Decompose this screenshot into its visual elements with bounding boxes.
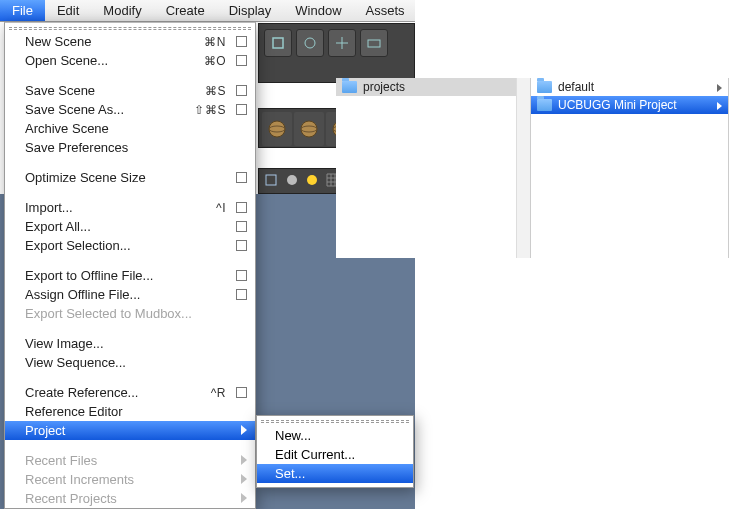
svg-rect-11 (266, 175, 276, 185)
menu-item-shortcut: ⇧⌘S (194, 103, 226, 117)
menu-separator (6, 162, 254, 163)
menu-item-shortcut: ^R (211, 386, 226, 400)
menu-item-label: Archive Scene (25, 121, 247, 136)
tool-button[interactable] (360, 29, 388, 57)
menu-item-label: Set... (275, 466, 305, 481)
options-box-icon[interactable] (236, 36, 247, 47)
menu-item-recent-increments: Recent Increments (5, 470, 255, 489)
menu-edit[interactable]: Edit (45, 0, 91, 21)
menu-item-create-reference[interactable]: Create Reference... ^R (5, 383, 255, 402)
menu-item-new-scene[interactable]: New Scene ⌘N (5, 32, 255, 51)
submenu-arrow-icon (241, 423, 247, 438)
folder-icon (342, 81, 357, 93)
menu-item-export-selection[interactable]: Export Selection... (5, 236, 255, 255)
menu-item-open-scene[interactable]: Open Scene... ⌘O (5, 51, 255, 70)
submenu-arrow-icon (241, 453, 247, 468)
submenu-item-new[interactable]: New... (257, 426, 413, 445)
menu-item-save-scene-as[interactable]: Save Scene As... ⇧⌘S (5, 100, 255, 119)
menu-item-optimize-scene-size[interactable]: Optimize Scene Size (5, 168, 255, 187)
options-box-icon[interactable] (236, 172, 247, 183)
menu-display[interactable]: Display (217, 0, 284, 21)
tool-button[interactable] (296, 29, 324, 57)
menu-item-view-image[interactable]: View Image... (5, 334, 255, 353)
menu-item-label: Project (25, 423, 235, 438)
svg-point-1 (305, 38, 315, 48)
menu-item-label: Export Selection... (25, 238, 232, 253)
svg-point-3 (269, 121, 285, 137)
menu-modify[interactable]: Modify (91, 0, 153, 21)
menu-item-label: Import... (25, 200, 216, 215)
menu-item-export-offline[interactable]: Export to Offline File... (5, 266, 255, 285)
menu-assets[interactable]: Assets (354, 0, 417, 21)
menu-item-project[interactable]: Project (5, 421, 255, 440)
menu-item-shortcut: ⌘S (205, 84, 226, 98)
menu-item-export-all[interactable]: Export All... (5, 217, 255, 236)
light-icon[interactable] (305, 173, 319, 190)
browser-parent-folder[interactable]: projects (336, 78, 530, 96)
menu-item-label: Recent Files (25, 453, 235, 468)
finder-column-browser: projects default UCBUGG Mini Project (336, 78, 731, 258)
svg-rect-0 (273, 38, 283, 48)
menu-separator (6, 75, 254, 76)
menu-item-label: New... (275, 428, 311, 443)
menu-item-shortcut: ⌘N (204, 35, 226, 49)
tear-off-handle[interactable] (9, 27, 251, 30)
menu-item-save-scene[interactable]: Save Scene ⌘S (5, 81, 255, 100)
file-menu: New Scene ⌘N Open Scene... ⌘O Save Scene… (4, 22, 256, 509)
tear-off-handle[interactable] (261, 420, 409, 423)
menu-item-shortcut: ⌘O (204, 54, 226, 68)
menu-separator (6, 260, 254, 261)
menu-separator (6, 328, 254, 329)
menu-item-label: New Scene (25, 34, 204, 49)
options-box-icon[interactable] (236, 221, 247, 232)
cube-icon[interactable] (263, 172, 279, 191)
svg-point-5 (301, 121, 317, 137)
options-box-icon[interactable] (236, 387, 247, 398)
menu-separator (6, 445, 254, 446)
menu-item-reference-editor[interactable]: Reference Editor (5, 402, 255, 421)
shelf-item-sphere[interactable] (294, 112, 324, 146)
menu-item-label: View Sequence... (25, 355, 247, 370)
browser-item-ucbugg[interactable]: UCBUGG Mini Project (531, 96, 728, 114)
options-box-icon[interactable] (236, 85, 247, 96)
folder-label: UCBUGG Mini Project (558, 98, 717, 112)
options-box-icon[interactable] (236, 270, 247, 281)
options-box-icon[interactable] (236, 240, 247, 251)
folder-icon (537, 81, 552, 93)
options-box-icon[interactable] (236, 289, 247, 300)
scrollbar[interactable] (516, 78, 530, 258)
chevron-right-icon (717, 98, 722, 113)
menu-item-label: Reference Editor (25, 404, 247, 419)
menu-item-import[interactable]: Import... ^I (5, 198, 255, 217)
submenu-arrow-icon (241, 472, 247, 487)
menu-item-label: Save Scene (25, 83, 205, 98)
menu-item-label: View Image... (25, 336, 247, 351)
menu-separator (6, 192, 254, 193)
submenu-item-set[interactable]: Set... (257, 464, 413, 483)
submenu-item-edit-current[interactable]: Edit Current... (257, 445, 413, 464)
options-box-icon[interactable] (236, 104, 247, 115)
menu-item-label: Assign Offline File... (25, 287, 232, 302)
menu-item-view-sequence[interactable]: View Sequence... (5, 353, 255, 372)
menu-item-assign-offline[interactable]: Assign Offline File... (5, 285, 255, 304)
tool-button[interactable] (264, 29, 292, 57)
menu-item-shortcut: ^I (216, 201, 226, 215)
chevron-right-icon (717, 80, 722, 95)
tool-palette (258, 23, 415, 83)
menu-file[interactable]: File (0, 0, 45, 21)
options-box-icon[interactable] (236, 55, 247, 66)
menu-window[interactable]: Window (283, 0, 353, 21)
project-submenu: New... Edit Current... Set... (256, 415, 414, 488)
tool-button[interactable] (328, 29, 356, 57)
menu-item-archive-scene[interactable]: Archive Scene (5, 119, 255, 138)
browser-column: projects (336, 78, 531, 258)
browser-item-default[interactable]: default (531, 78, 728, 96)
sphere-icon[interactable] (285, 173, 299, 190)
menu-create[interactable]: Create (154, 0, 217, 21)
menu-item-label: Save Preferences (25, 140, 247, 155)
browser-column: default UCBUGG Mini Project (531, 78, 729, 258)
menu-item-save-preferences[interactable]: Save Preferences (5, 138, 255, 157)
shelf-item-sphere[interactable] (262, 112, 292, 146)
svg-rect-2 (368, 40, 380, 47)
options-box-icon[interactable] (236, 202, 247, 213)
